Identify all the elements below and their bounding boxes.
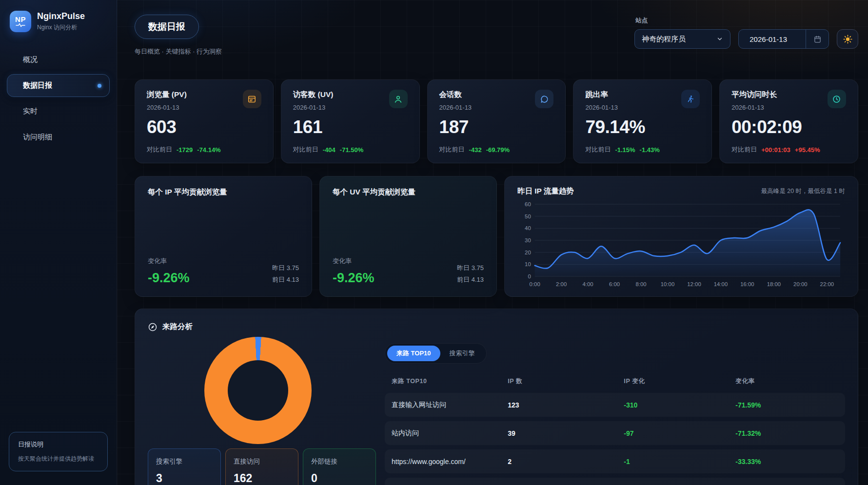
avg-card-title: 每个 IP 平均贡献浏览量 xyxy=(148,187,299,197)
kpi-title: 访客数 (UV) xyxy=(293,90,334,100)
cell-source: 直接输入网址访问 xyxy=(392,401,508,409)
site-select[interactable]: 神奇的程序员 xyxy=(634,29,730,49)
svg-text:10:00: 10:00 xyxy=(661,281,674,287)
column-header-ip-count: IP 数 xyxy=(508,377,624,386)
avg-reference-values: 昨日 3.75 前日 4.13 xyxy=(272,262,299,286)
mini-card-label: 搜索引擎 xyxy=(156,457,213,466)
referrer-body: 搜索引擎 3 直接访问 162 外部链接 0 xyxy=(148,337,845,485)
main-content: 数据日报 每日概览 · 关键指标 · 行为洞察 站点 神奇的程序员 2026-0… xyxy=(117,0,868,485)
sidebar-item-overview[interactable]: 概况 xyxy=(7,48,110,71)
user-icon xyxy=(389,90,408,108)
brand-text: NginxPulse Nginx 访问分析 xyxy=(37,11,85,32)
cell-change-rate: -71.59% xyxy=(735,401,838,409)
trend-chart-annotation: 最高峰是 20 时，最低谷是 1 时 xyxy=(761,187,845,195)
cell-change-rate: -33.33% xyxy=(735,458,838,466)
svg-text:22:00: 22:00 xyxy=(820,281,834,287)
kpi-card-pv: 浏览量 (PV) 2026-01-13 603 对比前日 -1729 -74.1… xyxy=(135,79,274,163)
clock-icon xyxy=(828,90,846,108)
column-header-source: 来路 TOP10 xyxy=(392,377,508,386)
daily-report-note: 日报说明 按天聚合统计并提供趋势解读 xyxy=(9,432,108,471)
kpi-compare: 对比前日 -432 -69.79% xyxy=(439,145,554,154)
active-indicator-dot xyxy=(98,84,101,88)
compare-label: 对比前日 xyxy=(293,145,318,154)
compare-percent: +95.45% xyxy=(795,146,820,154)
compare-delta: -1.15% xyxy=(615,146,635,154)
svg-text:16:00: 16:00 xyxy=(740,281,754,287)
date-picker[interactable]: 2026-01-13 xyxy=(738,29,829,49)
svg-text:6:00: 6:00 xyxy=(609,281,620,287)
prev-day-value: 前日 4.13 xyxy=(457,274,484,286)
app-subtitle: Nginx 访问分析 xyxy=(37,23,85,32)
kpi-compare: 对比前日 -1.15% -1.43% xyxy=(585,145,700,154)
svg-text:4:00: 4:00 xyxy=(583,281,593,287)
avg-pv-per-ip-card: 每个 IP 平均贡献浏览量 变化率 -9.26% 昨日 3.75 前日 4.13 xyxy=(135,176,312,297)
theme-toggle-button[interactable] xyxy=(837,29,858,49)
svg-text:40: 40 xyxy=(525,225,531,231)
tab-referrer-top10[interactable]: 来路 TOP10 xyxy=(387,346,440,361)
svg-text:10: 10 xyxy=(525,261,531,267)
svg-text:18:00: 18:00 xyxy=(767,281,781,287)
chevron-down-icon xyxy=(716,36,723,42)
avg-pv-per-uv-card: 每个 UV 平均贡献浏览量 变化率 -9.26% 昨日 3.75 前日 4.13 xyxy=(319,176,497,297)
sidebar-item-daily-report[interactable]: 数据日报 xyxy=(7,74,110,97)
cell-ip-count: 123 xyxy=(508,401,624,409)
kpi-card-avg-duration: 平均访问时长 2026-01-13 00:02:09 对比前日 +00:01:0… xyxy=(719,79,858,163)
svg-text:0: 0 xyxy=(528,273,531,279)
column-header-ip-change: IP 变化 xyxy=(624,377,735,386)
page-title: 数据日报 xyxy=(135,15,199,39)
referrer-left-column: 搜索引擎 3 直接访问 162 外部链接 0 xyxy=(148,337,377,485)
note-title: 日报说明 xyxy=(18,440,99,449)
kpi-compare: 对比前日 -404 -71.50% xyxy=(293,145,408,154)
mini-card-label: 直接访问 xyxy=(234,457,290,466)
table-row: 直接输入网址访问 123 -310 -71.59% xyxy=(385,393,845,417)
trend-chart-title: 昨日 IP 流量趋势 xyxy=(517,186,574,196)
mid-row: 每个 IP 平均贡献浏览量 变化率 -9.26% 昨日 3.75 前日 4.13… xyxy=(135,176,858,297)
svg-text:30: 30 xyxy=(525,237,531,243)
kpi-date: 2026-01-13 xyxy=(731,104,777,111)
header-controls: 站点 神奇的程序员 2026-01-13 xyxy=(634,15,858,49)
app-logo: NP xyxy=(10,11,31,32)
kpi-date: 2026-01-13 xyxy=(293,104,334,111)
svg-text:14:00: 14:00 xyxy=(714,281,728,287)
trend-chart-card: 昨日 IP 流量趋势 最高峰是 20 时，最低谷是 1 时 0102030405… xyxy=(504,176,858,297)
logo-text: NP xyxy=(15,16,26,23)
date-value: 2026-01-13 xyxy=(739,35,806,43)
sidebar-item-realtime[interactable]: 实时 xyxy=(7,100,110,123)
topbar: 数据日报 每日概览 · 关键指标 · 行为洞察 站点 神奇的程序员 2026-0… xyxy=(135,15,858,56)
compare-label: 对比前日 xyxy=(585,145,611,154)
tab-search-engine[interactable]: 搜索引擎 xyxy=(440,346,484,361)
svg-text:0:00: 0:00 xyxy=(530,281,540,287)
svg-text:8:00: 8:00 xyxy=(635,281,646,287)
pulse-icon xyxy=(16,23,25,27)
cell-change-rate: -71.32% xyxy=(735,429,838,437)
kpi-title: 平均访问时长 xyxy=(731,90,777,100)
cell-source: https://www.google.com/ xyxy=(392,458,508,466)
cell-source: 站内访问 xyxy=(392,429,508,438)
compare-label: 对比前日 xyxy=(439,145,465,154)
kpi-value: 187 xyxy=(439,117,554,137)
site-select-value: 神奇的程序员 xyxy=(642,35,686,44)
referrer-right-column: 来路 TOP10 搜索引擎 来路 TOP10 IP 数 IP 变化 变化率 直接… xyxy=(385,337,845,485)
cell-ip-count: 39 xyxy=(508,429,624,437)
kpi-value: 79.14% xyxy=(585,117,700,137)
svg-text:60: 60 xyxy=(525,201,531,207)
yesterday-value: 昨日 3.75 xyxy=(272,262,299,274)
mini-card-label: 外部链接 xyxy=(311,457,368,466)
svg-text:20: 20 xyxy=(525,250,531,255)
kpi-date: 2026-01-13 xyxy=(585,104,618,111)
avg-reference-values: 昨日 3.75 前日 4.13 xyxy=(457,262,484,286)
calendar-icon[interactable] xyxy=(806,35,829,43)
rate-value: -9.26% xyxy=(333,271,375,286)
compare-percent: -69.79% xyxy=(486,146,510,154)
kpi-row: 浏览量 (PV) 2026-01-13 603 对比前日 -1729 -74.1… xyxy=(135,79,858,163)
referrer-section-header: 来路分析 xyxy=(148,322,845,332)
mini-card-search-engine: 搜索引擎 3 xyxy=(148,448,221,485)
yesterday-value: 昨日 3.75 xyxy=(457,262,484,274)
cell-ip-change: -1 xyxy=(624,458,735,466)
kpi-value: 161 xyxy=(293,117,408,137)
referrer-table-rows: 直接输入网址访问 123 -310 -71.59% 站内访问 39 -97 -7… xyxy=(385,393,845,485)
compare-delta: -1729 xyxy=(177,146,193,154)
table-row: https://openapi.baidu.com/ 1 -1 -50.00% xyxy=(385,478,845,485)
compare-percent: -1.43% xyxy=(640,146,660,154)
sidebar-item-visit-details[interactable]: 访问明细 xyxy=(7,126,110,149)
